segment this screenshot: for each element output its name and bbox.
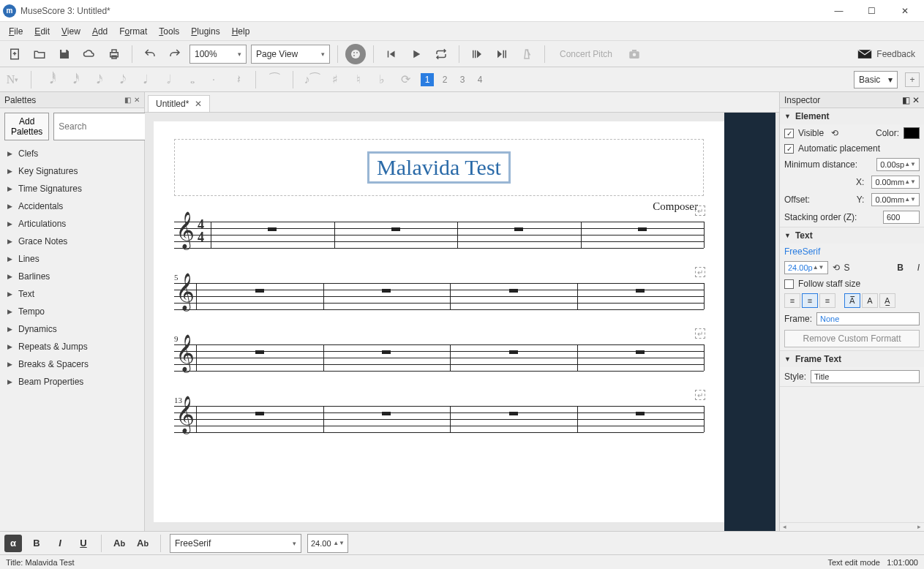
tab-untitled[interactable]: Untitled* ✕	[148, 95, 210, 112]
title-frame[interactable]: Malavida Test	[174, 139, 704, 196]
inspector-scrollbar[interactable]: ◂▸	[780, 522, 924, 531]
reset-icon[interactable]: ⟲	[831, 128, 838, 138]
palettes-undock-icon[interactable]: ◧	[124, 96, 131, 104]
note-half-icon[interactable]: 𝅗𝅥	[159, 72, 175, 88]
menu-format[interactable]: Format	[113, 24, 153, 39]
font-size-field[interactable]: 24.00p▲▼	[784, 261, 828, 274]
camera-icon[interactable]	[624, 44, 645, 64]
palettes-close-icon[interactable]: ✕	[134, 96, 140, 104]
inspector-undock-icon[interactable]: ◧	[902, 95, 910, 105]
rewind-icon[interactable]	[381, 44, 402, 64]
bold-button-2[interactable]: B	[28, 535, 45, 552]
play-icon[interactable]	[406, 44, 427, 64]
palette-item-tempo[interactable]: ▶Tempo	[0, 303, 144, 320]
open-icon[interactable]	[29, 44, 50, 64]
flip-icon[interactable]: ⟳	[397, 72, 413, 88]
staff-system[interactable]: 5↵𝄞	[174, 283, 704, 309]
sharp-icon[interactable]: ♯	[327, 72, 343, 88]
inspector-close-icon[interactable]: ✕	[912, 95, 920, 105]
staff-system[interactable]: 9↵𝄞	[174, 344, 704, 371]
close-button[interactable]: ✕	[888, 1, 921, 21]
palette-item-accidentals[interactable]: ▶Accidentals	[0, 197, 144, 215]
menu-plugins[interactable]: Plugins	[185, 24, 225, 39]
note-input-icon[interactable]: N▾	[4, 72, 20, 88]
palette-item-repeats-jumps[interactable]: ▶Repeats & Jumps	[0, 338, 144, 355]
new-icon[interactable]	[4, 44, 25, 64]
color-picker[interactable]	[904, 127, 920, 139]
menu-tools[interactable]: Tools	[153, 24, 185, 39]
undo-icon[interactable]	[140, 44, 160, 64]
superscript-button[interactable]: Ab	[134, 535, 151, 552]
workspace-combo[interactable]: Basic▾	[854, 71, 898, 88]
bold-button[interactable]: B	[897, 263, 904, 273]
system-break-icon[interactable]: ↵	[695, 328, 705, 339]
score-page[interactable]: Malavida Test Composer ↵𝄞445↵𝄞9↵𝄞13↵𝄞	[154, 121, 724, 522]
section-text[interactable]: ▼Text	[780, 227, 924, 244]
frame-combo[interactable]: None	[816, 312, 920, 325]
font-link[interactable]: FreeSerif	[784, 246, 820, 257]
voice-4[interactable]: 4	[473, 73, 487, 86]
system-break-icon[interactable]: ↵	[695, 390, 705, 400]
valign-top-button[interactable]: A̅	[844, 293, 860, 308]
maximize-button[interactable]: ☐	[855, 1, 888, 21]
feedback-button[interactable]: Feedback	[853, 49, 920, 59]
palette-item-lines[interactable]: ▶Lines	[0, 250, 144, 268]
title-textbox[interactable]: Malavida Test	[367, 151, 511, 184]
add-workspace-button[interactable]: +	[905, 72, 920, 87]
note-dot-icon[interactable]: ·	[206, 72, 222, 88]
system-break-icon[interactable]: ↵	[695, 267, 705, 277]
align-right-button[interactable]: ≡	[819, 293, 835, 308]
note-8th-icon[interactable]: 𝅘𝅥𝅮	[112, 72, 128, 88]
valign-bot-button[interactable]: A̲	[879, 293, 895, 308]
view-mode-combo[interactable]: Page View▾	[251, 45, 330, 64]
mindist-field[interactable]: 0.00sp▲▼	[876, 158, 920, 171]
note-quarter-icon[interactable]: 𝅘𝅥	[135, 72, 151, 88]
loop-out-icon[interactable]	[492, 44, 512, 64]
align-center-button[interactable]: ≡	[802, 293, 818, 308]
font-size-combo[interactable]: 24.00▲▼	[307, 534, 348, 553]
menu-view[interactable]: View	[56, 24, 86, 39]
rest-icon[interactable]: 𝄽	[229, 72, 245, 88]
metronome-icon[interactable]	[517, 44, 537, 64]
font-combo[interactable]: FreeSerif▾	[170, 534, 301, 553]
voice-3[interactable]: 3	[456, 73, 469, 86]
natural-icon[interactable]: ♮	[350, 72, 367, 88]
remove-formatting-button[interactable]: Remove Custom Formatt	[784, 330, 920, 347]
align-left-button[interactable]: ≡	[784, 293, 800, 308]
print-icon[interactable]	[104, 44, 124, 64]
concert-pitch-button[interactable]: Concert Pitch	[552, 49, 620, 59]
palette-item-barlines[interactable]: ▶Barlines	[0, 268, 144, 285]
section-frame-text[interactable]: ▼Frame Text	[780, 351, 924, 367]
voice-2[interactable]: 2	[438, 73, 451, 86]
tab-close-icon[interactable]: ✕	[195, 99, 202, 109]
underline-button[interactable]: U	[75, 535, 92, 552]
stack-field[interactable]: 600	[883, 211, 920, 224]
zoom-combo[interactable]: 100%▾	[189, 45, 247, 64]
note-32nd-icon[interactable]: 𝅘𝅥𝅰	[65, 72, 81, 88]
subscript-button[interactable]: Ab	[110, 535, 128, 552]
follow-staff-checkbox[interactable]	[784, 279, 794, 289]
loop-icon[interactable]	[431, 44, 451, 64]
composer-text[interactable]: Composer	[174, 200, 704, 213]
tie-icon[interactable]: ⁀	[266, 72, 282, 88]
palette-icon[interactable]	[345, 44, 366, 64]
flat-icon[interactable]: ♭	[374, 72, 390, 88]
reset-size-icon[interactable]: ⟲	[833, 263, 840, 273]
visible-checkbox[interactable]: ✓	[784, 129, 794, 138]
palette-item-beam-properties[interactable]: ▶Beam Properties	[0, 373, 144, 391]
menu-help[interactable]: Help	[226, 24, 256, 39]
valign-mid-button[interactable]: A	[862, 293, 878, 308]
offset-y-field[interactable]: 0.00mm▲▼	[871, 193, 920, 206]
s-button[interactable]: S	[844, 263, 850, 273]
palette-item-grace-notes[interactable]: ▶Grace Notes	[0, 233, 144, 250]
italic-button-2[interactable]: I	[51, 535, 69, 552]
section-element[interactable]: ▼Element	[780, 108, 924, 124]
autoplace-checkbox[interactable]: ✓	[784, 144, 794, 154]
slur-icon[interactable]: ♪⁀	[304, 72, 320, 88]
note-whole-icon[interactable]: 𝅝	[182, 72, 198, 88]
palette-item-breaks-spacers[interactable]: ▶Breaks & Spacers	[0, 355, 144, 373]
staff-system[interactable]: 13↵𝄞	[174, 406, 704, 432]
palette-item-time-signatures[interactable]: ▶Time Signatures	[0, 180, 144, 197]
palette-item-articulations[interactable]: ▶Articulations	[0, 215, 144, 233]
save-icon[interactable]	[54, 44, 75, 64]
